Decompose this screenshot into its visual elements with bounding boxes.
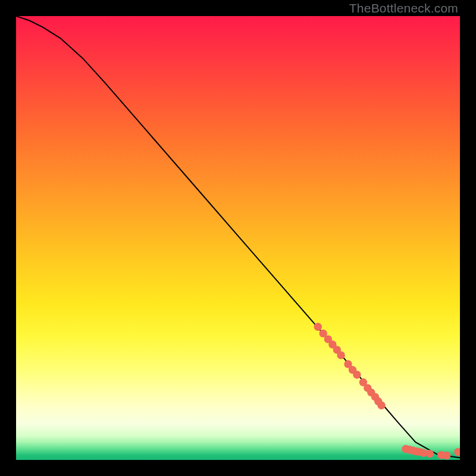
watermark-text: TheBottleneck.com <box>349 1 458 15</box>
plot-area <box>16 16 460 460</box>
marker-dot <box>353 371 361 378</box>
curve-layer <box>16 16 460 458</box>
marker-dot <box>454 448 460 456</box>
marker-dot <box>314 323 322 331</box>
chart-svg <box>16 16 460 460</box>
marker-dot <box>426 450 434 458</box>
main-curve <box>16 16 460 458</box>
outer-frame: TheBottleneck.com <box>0 0 476 476</box>
marker-dot <box>337 351 345 359</box>
marker-dot <box>443 452 450 459</box>
marker-dot <box>377 402 385 409</box>
marker-dots-layer <box>314 323 460 460</box>
